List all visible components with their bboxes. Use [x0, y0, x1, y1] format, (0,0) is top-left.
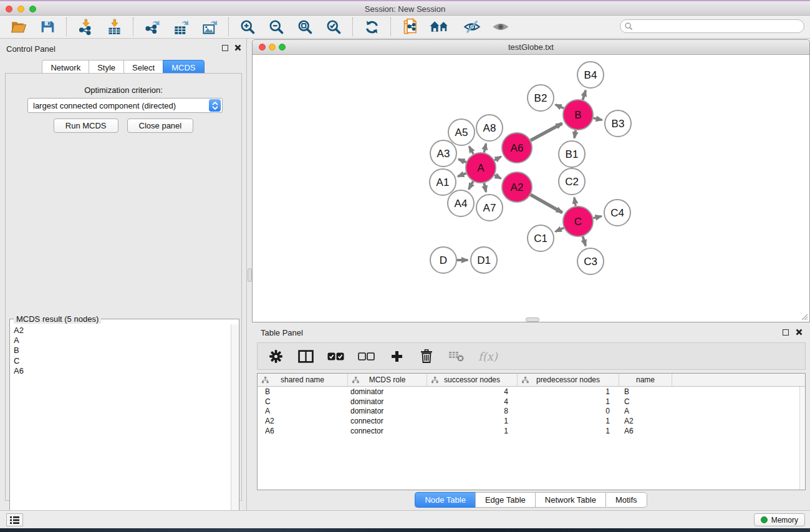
result-scrollbar[interactable] [231, 324, 238, 532]
graph-node-B[interactable]: B [563, 100, 593, 130]
close-panel-icon[interactable] [234, 44, 241, 51]
horizontal-splitter-grip[interactable] [526, 317, 539, 322]
graph-edge-A6-B[interactable] [531, 123, 562, 140]
cell-predecessor-nodes[interactable]: 1 [518, 427, 619, 435]
graph-edge-A-A5[interactable] [469, 147, 473, 154]
table-scrollbar[interactable] [799, 387, 805, 490]
graph-node-A8[interactable]: A8 [476, 115, 503, 141]
cell-name[interactable]: A2 [619, 417, 672, 425]
cell-predecessor-nodes[interactable]: 1 [518, 397, 619, 406]
cell-successor-nodes[interactable]: 1 [427, 417, 518, 425]
graph-node-A1[interactable]: A1 [430, 169, 456, 195]
zoom-selected-icon[interactable] [324, 17, 344, 36]
tab-node-table[interactable]: Node Table [415, 492, 475, 508]
graph-edge-B-B2[interactable] [556, 105, 564, 109]
cell-name[interactable]: A [619, 407, 672, 415]
export-table-icon[interactable] [171, 17, 191, 36]
graph-node-A5[interactable]: A5 [448, 119, 475, 145]
cell-MCDS-role[interactable]: connector [348, 417, 427, 425]
cell-name[interactable]: C [619, 397, 672, 406]
task-history-button[interactable] [6, 513, 23, 526]
graph-node-B2[interactable]: B2 [528, 85, 554, 111]
graph-node-A4[interactable]: A4 [448, 190, 474, 216]
tab-edge-table[interactable]: Edge Table [475, 492, 535, 508]
cell-name[interactable]: A6 [619, 427, 672, 435]
zoom-out-icon[interactable] [266, 17, 286, 36]
graph-edge-A2-C[interactable] [531, 195, 562, 213]
graph-edge-A-A7[interactable] [484, 183, 486, 191]
graph-edge-A-A4[interactable] [469, 181, 473, 190]
search-input[interactable] [634, 22, 804, 31]
result-item[interactable]: A [11, 336, 231, 346]
network-from-file-icon[interactable] [400, 17, 420, 36]
function-builder-icon[interactable]: f(x) [478, 347, 498, 365]
cell-MCDS-role[interactable]: dominator [348, 387, 427, 396]
cell-MCDS-role[interactable]: dominator [348, 407, 427, 415]
float-table-panel-icon[interactable] [783, 329, 789, 336]
cell-successor-nodes[interactable]: 4 [427, 387, 518, 396]
cell-predecessor-nodes[interactable]: 1 [518, 417, 619, 425]
cell-predecessor-nodes[interactable]: 0 [518, 407, 619, 415]
graph-node-A6[interactable]: A6 [502, 133, 532, 163]
table-row[interactable]: Cdominator41C [258, 397, 805, 407]
table-row[interactable]: Bdominator41B [258, 387, 805, 397]
result-item[interactable]: B [11, 346, 231, 355]
create-column-plus-icon[interactable] [388, 347, 405, 365]
graph-node-B1[interactable]: B1 [559, 141, 585, 167]
cell-shared-name[interactable]: A6 [258, 427, 348, 435]
export-network-icon[interactable] [142, 17, 162, 36]
table-row[interactable]: A6connector11A6 [258, 426, 805, 436]
cell-shared-name[interactable]: A [258, 407, 348, 415]
graph-edge-B-B1[interactable] [574, 130, 576, 138]
cell-shared-name[interactable]: B [258, 387, 348, 396]
graph-edge-A-A6[interactable] [494, 157, 501, 160]
show-panel-eye-icon[interactable] [491, 17, 511, 36]
result-item[interactable]: A2 [11, 326, 231, 336]
graph-node-C2[interactable]: C2 [559, 168, 585, 195]
graph-edge-A-A8[interactable] [484, 143, 486, 152]
import-table-icon[interactable] [104, 17, 124, 36]
cell-shared-name[interactable]: C [258, 397, 348, 406]
cell-MCDS-role[interactable]: dominator [348, 397, 427, 406]
tab-motifs[interactable]: Motifs [605, 492, 647, 508]
column-header-name[interactable]: name [619, 374, 672, 386]
graph-edge-C-C2[interactable] [574, 198, 576, 206]
memory-button[interactable]: Memory [754, 513, 805, 526]
graph-node-C4[interactable]: C4 [604, 200, 630, 226]
home-icon[interactable] [428, 17, 453, 36]
cell-name[interactable]: B [619, 387, 672, 396]
column-header-successor-nodes[interactable]: successor nodes [427, 374, 518, 386]
run-mcds-button[interactable]: Run MCDS [54, 118, 118, 133]
network-canvas[interactable]: AA1A2A3A4A5A6A7A8BB1B2B3B4CC1C2C3C4DD1 [253, 55, 809, 322]
graph-node-A[interactable]: A [466, 153, 496, 183]
column-header-MCDS-role[interactable]: MCDS role [348, 374, 427, 386]
tab-network-table[interactable]: Network Table [535, 492, 605, 508]
graph-node-A3[interactable]: A3 [430, 140, 456, 167]
cell-successor-nodes[interactable]: 1 [427, 427, 518, 435]
graph-edge-A-A3[interactable] [458, 159, 466, 162]
graph-node-D[interactable]: D [430, 247, 456, 273]
mcds-result-list[interactable]: A2ABCA6 [11, 324, 231, 532]
window-resize-grip[interactable] [799, 312, 808, 321]
cell-predecessor-nodes[interactable]: 1 [518, 387, 619, 396]
table-row[interactable]: A2connector11A2 [258, 416, 805, 426]
cell-shared-name[interactable]: A2 [258, 417, 348, 425]
open-file-icon[interactable] [9, 17, 29, 36]
graph-node-C[interactable]: C [563, 206, 593, 236]
hide-panel-eye-icon[interactable] [462, 17, 482, 36]
select-all-columns-icon[interactable] [327, 347, 344, 365]
import-network-icon[interactable] [75, 17, 95, 36]
network-window-titlebar[interactable]: testGlobe.txt [253, 40, 809, 55]
delete-column-trash-icon[interactable] [418, 347, 435, 365]
close-panel-button[interactable]: Close panel [127, 118, 194, 133]
cell-successor-nodes[interactable]: 8 [427, 407, 518, 415]
graph-node-C1[interactable]: C1 [528, 225, 554, 251]
table-row[interactable]: Adominator80A [258, 407, 805, 417]
graph-node-B4[interactable]: B4 [577, 62, 604, 88]
column-header-shared-name[interactable]: shared name [258, 374, 348, 386]
graph-node-C3[interactable]: C3 [577, 248, 604, 274]
show-column-panel-icon[interactable] [297, 347, 314, 365]
table-settings-gear-icon[interactable] [268, 347, 284, 365]
refresh-icon[interactable] [362, 17, 382, 36]
graph-edge-C-C4[interactable] [593, 216, 601, 218]
